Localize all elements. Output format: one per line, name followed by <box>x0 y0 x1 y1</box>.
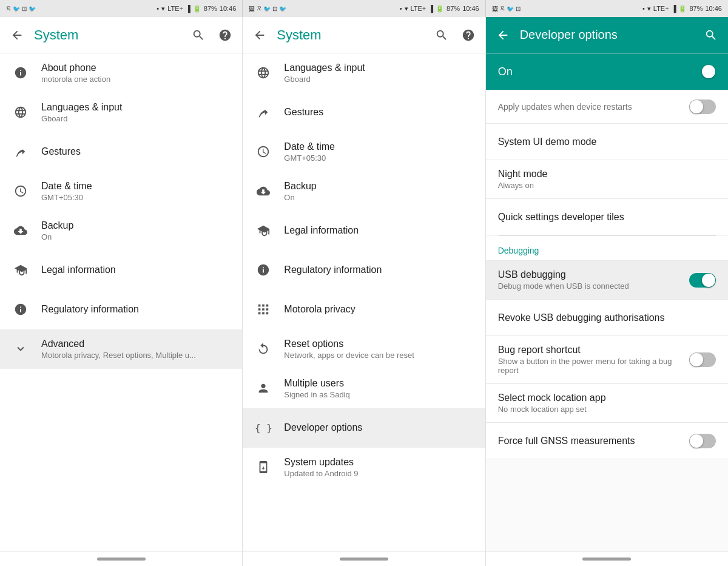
bug-report-text: Bug report shortcut Show a button in the… <box>498 345 689 375</box>
setting-regulatory-2[interactable]: Regulatory information <box>243 251 485 290</box>
settings-list-3: On Apply updates when device restarts Sy… <box>486 53 728 551</box>
reset-options-title: Reset options <box>284 339 475 349</box>
dev-setting-mock-location[interactable]: Select mock location app No mock locatio… <box>486 384 728 423</box>
legal-2-title: Legal information <box>284 225 475 236</box>
gestures-1-title: Gestures <box>41 146 232 157</box>
signal3-icon: ▐ <box>672 5 676 12</box>
regulatory-icon-1 <box>10 298 32 320</box>
datetime-2-subtitle: GMT+05:30 <box>284 153 475 163</box>
dev-setting-force-gnss[interactable]: Force full GNSS measurements <box>486 423 728 459</box>
nav-bar-3 <box>486 551 728 566</box>
status-panel-2: 🖼 𝓡 🐦 ⊡ 🐦 • ▾ LTE+ ▐ 🔋 87% 10:46 <box>243 0 485 17</box>
setting-gestures-2[interactable]: Gestures <box>243 93 485 132</box>
tv3-icon: ⊡ <box>516 5 521 12</box>
mock-location-title: Select mock location app <box>498 392 716 403</box>
twitter3-icon: 🐦 <box>263 5 271 12</box>
advanced-1-subtitle: Motorola privacy, Reset options, Multipl… <box>41 351 232 360</box>
settings-list-2: Languages & input Gboard Gestures <box>243 53 485 551</box>
app-bar-icons-1 <box>191 28 232 42</box>
bug-report-subtitle: Show a button in the power menu for taki… <box>498 357 689 375</box>
search-button-1[interactable] <box>191 28 206 42</box>
languages-1-subtitle: Gboard <box>41 114 232 123</box>
setting-gestures-1[interactable]: Gestures <box>0 132 242 172</box>
apply-updates-title: Apply updates when device restarts <box>498 102 689 112</box>
setting-languages-1[interactable]: Languages & input Gboard <box>0 93 242 132</box>
apply-updates-toggle[interactable] <box>689 99 716 114</box>
dev-setting-revoke-usb[interactable]: Revoke USB debugging authorisations <box>486 300 728 336</box>
back-button-1[interactable] <box>10 28 24 42</box>
gestures-1-text: Gestures <box>41 146 232 157</box>
time-3: 10:46 <box>705 5 722 12</box>
dev-setting-usb-debugging[interactable]: USB debugging Debug mode when USB is con… <box>486 261 728 300</box>
setting-regulatory-1[interactable]: Regulatory information <box>0 290 242 329</box>
time-1: 10:46 <box>220 5 237 12</box>
setting-datetime-1[interactable]: Date & time GMT+05:30 <box>0 172 242 211</box>
status-icons-left-1: 𝓡 🐦 ⊡ 🐦 <box>6 5 36 12</box>
help-button-1[interactable] <box>218 28 232 42</box>
wifi2-icon: ▾ <box>405 5 408 13</box>
dev-on-row[interactable]: On <box>486 53 728 90</box>
help-button-2[interactable] <box>461 28 476 42</box>
image-icon: 🖼 <box>249 5 255 12</box>
datetime-1-text: Date & time GMT+05:30 <box>41 181 232 202</box>
setting-reset-options-2[interactable]: Reset options Network, apps or device ca… <box>243 329 485 369</box>
setting-developer-options-2[interactable]: { } Developer options <box>243 408 485 448</box>
advanced-1-text: Advanced Motorola privacy, Reset options… <box>41 339 232 360</box>
tv2-icon: ⊡ <box>272 5 277 12</box>
force-gnss-toggle-knob <box>690 434 703 448</box>
setting-legal-1[interactable]: Legal information <box>0 251 242 290</box>
apply-updates-row[interactable]: Apply updates when device restarts <box>486 90 728 124</box>
setting-motorola-privacy-2[interactable]: Motorola privacy <box>243 290 485 329</box>
night-mode-title: Night mode <box>498 169 716 180</box>
datetime-1-subtitle: GMT+05:30 <box>41 193 232 202</box>
setting-about-phone[interactable]: About phone motorola one action <box>0 53 242 93</box>
backup-2-subtitle: On <box>284 193 475 202</box>
system-updates-subtitle: Updated to Android 9 <box>284 469 475 478</box>
about-phone-title: About phone <box>41 62 232 73</box>
languages-2-title: Languages & input <box>284 62 475 73</box>
bug-report-toggle[interactable] <box>689 352 716 367</box>
search-button-2[interactable] <box>434 28 449 42</box>
force-gnss-toggle[interactable] <box>689 434 716 448</box>
status-panel-3: 🖼 𝓡 🐦 ⊡ • ▾ LTE+ ▐ 🔋 87% 10:46 <box>486 0 728 17</box>
app-bar-icons-3 <box>704 28 718 42</box>
globe-icon-2 <box>252 62 274 84</box>
setting-datetime-2[interactable]: Date & time GMT+05:30 <box>243 132 485 172</box>
search-button-3[interactable] <box>704 28 718 42</box>
revoke-usb-text: Revoke USB debugging authorisations <box>498 312 716 323</box>
back-button-3[interactable] <box>496 28 510 42</box>
setting-system-updates-2[interactable]: System updates Updated to Android 9 <box>243 448 485 487</box>
panel-1-title: System <box>34 27 191 43</box>
dev-setting-quick-settings[interactable]: Quick settings developer tiles <box>486 199 728 235</box>
grid-icon-2 <box>252 298 274 320</box>
lte2-badge: LTE+ <box>411 5 426 12</box>
setting-legal-2[interactable]: Legal information <box>243 211 485 251</box>
bug-report-toggle-knob <box>690 353 703 366</box>
dev-setting-night-mode[interactable]: Night mode Always on <box>486 160 728 199</box>
backup-1-title: Backup <box>41 220 232 231</box>
system-ui-demo-text: System UI demo mode <box>498 136 716 147</box>
regulatory-2-text: Regulatory information <box>284 264 475 275</box>
setting-backup-1[interactable]: Backup On <box>0 211 242 251</box>
plex2-icon: 𝓡 <box>257 5 261 12</box>
regulatory-2-title: Regulatory information <box>284 264 475 275</box>
setting-backup-2[interactable]: Backup On <box>243 172 485 211</box>
night-mode-text: Night mode Always on <box>498 169 716 190</box>
about-phone-subtitle: motorola one action <box>41 75 232 84</box>
app-bar-2: System <box>243 17 485 53</box>
usb-debugging-toggle[interactable] <box>689 273 716 288</box>
system-updates-text: System updates Updated to Android 9 <box>284 457 475 478</box>
status-icons-left-3: 🖼 𝓡 🐦 ⊡ <box>492 5 521 12</box>
dev-on-toggle[interactable] <box>689 64 716 79</box>
mock-location-subtitle: No mock location app set <box>498 405 716 414</box>
dev-setting-bug-report[interactable]: Bug report shortcut Show a button in the… <box>486 336 728 384</box>
dev-setting-system-ui-demo[interactable]: System UI demo mode <box>486 124 728 160</box>
plex-icon: 𝓡 <box>6 5 11 12</box>
setting-languages-2[interactable]: Languages & input Gboard <box>243 53 485 93</box>
twitter5-icon: 🐦 <box>507 5 514 12</box>
legal-icon-1 <box>10 259 32 281</box>
setting-advanced-1[interactable]: Advanced Motorola privacy, Reset options… <box>0 329 242 369</box>
back-button-2[interactable] <box>252 28 267 42</box>
setting-multiple-users-2[interactable]: Multiple users Signed in as Sadiq <box>243 369 485 408</box>
plex3-icon: 𝓡 <box>500 5 505 12</box>
